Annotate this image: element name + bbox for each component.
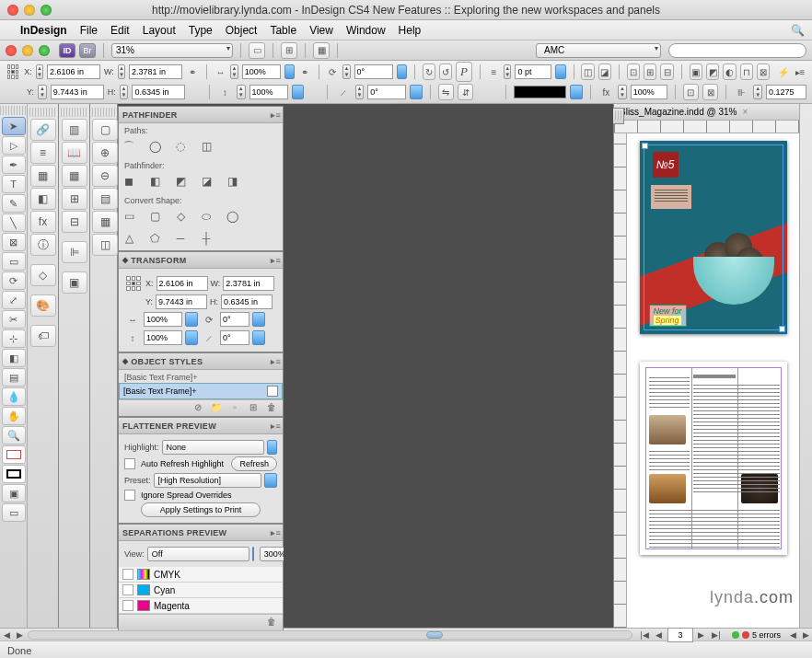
- aqua-dropdown[interactable]: [185, 330, 198, 345]
- menu-help[interactable]: Help: [399, 24, 422, 37]
- pf-intersect-icon[interactable]: ◩: [170, 173, 191, 190]
- refresh-button[interactable]: Refresh: [231, 456, 277, 471]
- eyedropper-tool[interactable]: 💧: [2, 387, 26, 406]
- reference-point-widget[interactable]: [124, 274, 143, 293]
- apply-to-print-button[interactable]: Apply Settings to Print: [141, 502, 261, 517]
- rotate-90cw-icon[interactable]: ↻: [423, 63, 435, 80]
- auto-refresh-checkbox[interactable]: [124, 458, 135, 469]
- pf-minus-back-icon[interactable]: ◨: [222, 173, 242, 190]
- panel-menu-icon[interactable]: ▸≡: [271, 421, 281, 431]
- free-transform-tool[interactable]: ⊹: [2, 329, 26, 348]
- opacity-input[interactable]: [631, 85, 667, 99]
- character-format-icon[interactable]: P: [456, 62, 471, 82]
- panel-grip[interactable]: [29, 108, 56, 117]
- transform-h-input[interactable]: [221, 294, 273, 309]
- close-window-button[interactable]: [7, 5, 18, 16]
- format-container-icon[interactable]: ▣: [2, 484, 26, 502]
- convert-polygon-icon[interactable]: ⬠: [145, 230, 165, 247]
- new-folder-icon[interactable]: 📁: [209, 402, 224, 415]
- pf-subtract-icon[interactable]: ◧: [145, 173, 165, 190]
- menu-type[interactable]: Type: [189, 24, 213, 37]
- bookmarks-panel-icon[interactable]: ⊖: [92, 165, 118, 187]
- zoom-level-select[interactable]: [111, 43, 233, 58]
- app-minimize-button[interactable]: [22, 45, 33, 56]
- h-input[interactable]: [132, 85, 185, 99]
- convert-ellipse-icon[interactable]: ◯: [222, 208, 242, 225]
- convert-line-icon[interactable]: ─: [170, 230, 191, 247]
- object-styles-panel-icon[interactable]: ▢: [92, 119, 118, 141]
- pen-tool[interactable]: ✒: [2, 156, 26, 174]
- document-tab[interactable]: Bliss_Magazine.indd @ 31% ×: [614, 104, 799, 121]
- panel-grip[interactable]: [92, 108, 115, 117]
- text-wrap-shape-icon[interactable]: ◐: [723, 63, 736, 80]
- spotlight-icon[interactable]: 🔍: [791, 24, 805, 37]
- constrain-wh-icon[interactable]: ⚭: [186, 63, 199, 80]
- color-panel-icon[interactable]: 🎨: [30, 294, 56, 317]
- fit-content-icon[interactable]: ⊡: [627, 63, 640, 80]
- pf-exclude-icon[interactable]: ◪: [196, 173, 216, 190]
- text-wrap-jump-icon[interactable]: ⊓: [740, 63, 753, 80]
- aqua-dropdown[interactable]: [267, 440, 277, 455]
- screen-mode-icon[interactable]: ⊞: [281, 42, 297, 59]
- hyperlinks-panel-icon[interactable]: ⊕: [92, 142, 118, 164]
- spread-area[interactable]: №5 New for Spring: [627, 133, 799, 628]
- workspace-switcher[interactable]: [536, 43, 661, 58]
- select-container-icon[interactable]: ◫: [581, 63, 594, 80]
- swatches-panel-icon[interactable]: ▦: [30, 165, 56, 187]
- y-stepper[interactable]: ▲▼: [38, 85, 47, 99]
- layers-panel-icon[interactable]: ◇: [30, 264, 56, 286]
- shear-input[interactable]: [367, 85, 406, 99]
- ink-row[interactable]: Cyan: [119, 583, 283, 598]
- new-style-icon[interactable]: ▫: [227, 402, 242, 415]
- panel-menu-icon[interactable]: ▸≡: [271, 357, 281, 366]
- trap-panel-icon[interactable]: ◫: [92, 234, 118, 256]
- hscroll-thumb[interactable]: [426, 631, 443, 639]
- shear-stepper[interactable]: ▲▼: [355, 85, 365, 99]
- placed-image[interactable]: [649, 474, 686, 503]
- ink-row[interactable]: Magenta: [119, 598, 283, 614]
- aqua-dropdown[interactable]: [252, 330, 265, 345]
- gradient-tool[interactable]: ◧: [2, 349, 26, 367]
- stroke-style-dropdown[interactable]: [570, 85, 582, 99]
- rectangle-tool[interactable]: ▭: [2, 252, 26, 271]
- hscroll-track[interactable]: [28, 630, 632, 640]
- reverse-path-icon[interactable]: ◫: [196, 138, 216, 155]
- join-path-icon[interactable]: ⌒: [119, 138, 139, 155]
- convert-orthogonal-icon[interactable]: ┼: [196, 230, 216, 247]
- convert-inverse-icon[interactable]: ⬭: [196, 208, 216, 225]
- rotate-stepper[interactable]: ▲▼: [342, 64, 350, 79]
- ink-row[interactable]: CMYK: [119, 567, 283, 583]
- effects-icon[interactable]: fx: [598, 84, 614, 100]
- aqua-dropdown[interactable]: [252, 312, 265, 327]
- menu-object[interactable]: Object: [226, 24, 258, 37]
- scale-y-input[interactable]: [249, 85, 288, 99]
- stroke-panel-icon[interactable]: ≡: [30, 142, 56, 164]
- fill-swatch[interactable]: [2, 445, 26, 464]
- transform-w-input[interactable]: [223, 276, 274, 291]
- app-zoom-button[interactable]: [39, 45, 50, 56]
- scalex-stepper[interactable]: ▲▼: [230, 64, 238, 79]
- quick-apply-icon[interactable]: ⚡: [777, 63, 790, 80]
- note-tool[interactable]: ▤: [2, 368, 26, 387]
- pasteboard[interactable]: [284, 104, 613, 628]
- info-panel-icon[interactable]: ⓘ: [30, 234, 56, 256]
- new-item-icon[interactable]: ⊞: [246, 402, 261, 415]
- xml-panel-icon[interactable]: ▦: [92, 211, 118, 233]
- aqua-dropdown[interactable]: [252, 547, 254, 561]
- gradient-panel-icon[interactable]: ◧: [30, 188, 56, 210]
- effects-panel-icon[interactable]: fx: [30, 211, 56, 233]
- panel-menu-icon[interactable]: ▸≡: [271, 110, 281, 120]
- pages-panel-icon[interactable]: ▥: [62, 119, 87, 141]
- pencil-tool[interactable]: ✎: [2, 194, 26, 213]
- bridge-button[interactable]: Br: [79, 43, 96, 58]
- vertical-ruler[interactable]: [614, 133, 627, 628]
- preflight-error-count[interactable]: 5 errors: [752, 630, 781, 640]
- panel-menu-icon[interactable]: ▸≡: [271, 528, 281, 537]
- convert-rect-icon[interactable]: ▭: [119, 208, 139, 225]
- transform-scaley-input[interactable]: [144, 330, 182, 345]
- fit-prop-icon[interactable]: ⊡: [683, 84, 699, 100]
- flip-h-icon[interactable]: ⇋: [438, 84, 454, 100]
- rotate-90ccw-icon[interactable]: ↺: [439, 63, 452, 80]
- scale-tool[interactable]: ⤢: [2, 291, 26, 309]
- panel-menu-icon[interactable]: ▸≡: [271, 256, 281, 265]
